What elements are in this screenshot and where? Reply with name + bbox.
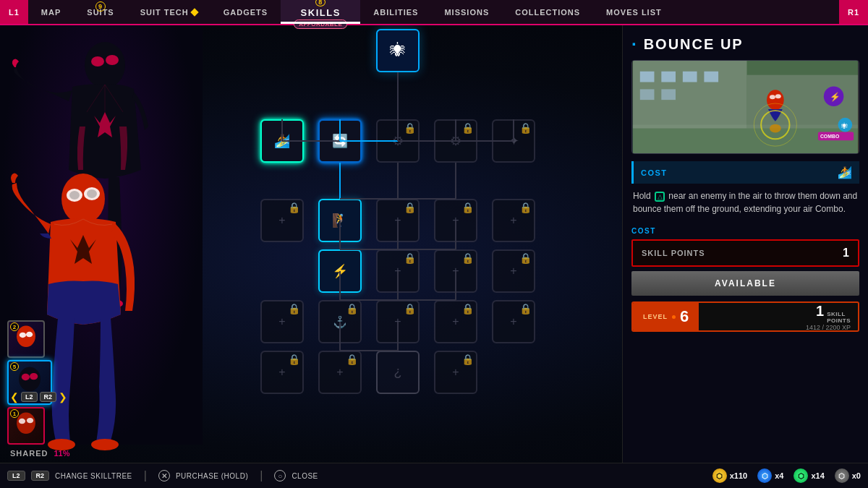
r2-char-button[interactable]: R2 [40, 392, 57, 402]
skill-icon-4-1: + [278, 315, 285, 328]
skill-icon-2-4: + [452, 214, 459, 227]
right-info-panel: BOUNCE UP [622, 25, 868, 488]
skill-node-2-2[interactable]: 🧗 [318, 199, 362, 242]
lock-3-4: 🔒 [461, 252, 474, 264]
skill-node-3-4[interactable]: + 🔒 [434, 249, 477, 293]
nav-item-gadgets[interactable]: GADGETS [210, 0, 281, 24]
skill-tree-panel: 🕷 🏄 🔄 ⚙ 🔒 ⚙ 🔒 ✦ 🔒 + 🔒 [188, 25, 608, 488]
nav-label-suit-tech: SUIT TECH [140, 8, 189, 17]
skill-node-4-3[interactable]: + 🔒 [376, 300, 420, 343]
skill-icon-3-5: + [510, 265, 516, 278]
svg-point-21 [17, 413, 35, 435]
skill-node-3-2[interactable]: ⚡ [318, 249, 362, 293]
skill-node-3-3[interactable]: + 🔒 [376, 249, 420, 293]
skill-node-4-2[interactable]: ⚓ 🔒 [318, 300, 362, 343]
nav-item-collections[interactable]: COLLECTIONS [502, 0, 593, 24]
svg-point-66 [770, 124, 781, 133]
r2-ctrl-button[interactable]: R2 [31, 471, 50, 481]
l2-char-button[interactable]: L2 [21, 392, 38, 402]
svg-text:COMBO: COMBO [820, 134, 840, 139]
preview-scene-svg: COMBO ⚡ 🕷 [632, 61, 859, 153]
skill-node-2-3[interactable]: + 🔒 [376, 199, 420, 242]
skill-icon-3-3: + [394, 265, 401, 278]
char-row-1: 2 [7, 320, 52, 358]
lock-2-3: 🔒 [404, 202, 416, 213]
xp-text: 1412 / 2200 XP [806, 324, 851, 331]
svg-point-65 [775, 94, 781, 98]
lock-5-1: 🔒 [288, 354, 300, 365]
nav-item-moves-list[interactable]: MOVES LIST [593, 0, 675, 24]
skill-node-5-3[interactable]: ? [376, 351, 420, 394]
avatar3-num: 1 [10, 409, 19, 418]
nav-item-suit-tech[interactable]: SUIT TECH [127, 0, 210, 24]
skill-icon-4-4: + [452, 315, 459, 328]
desc-icon: 🏄 [838, 166, 852, 179]
lock-5-4: 🔒 [461, 354, 474, 365]
skill-node-1-1[interactable]: 🏄 [260, 119, 304, 163]
lock-5-2: 🔒 [346, 354, 358, 365]
separator-1: | [144, 469, 147, 482]
lock-1-3: 🔒 [404, 122, 416, 134]
circle-button[interactable]: ○ [274, 470, 286, 481]
skill-node-1-5[interactable]: ✦ 🔒 [492, 119, 535, 163]
suits-badge: 9 [95, 1, 106, 12]
l2-ctrl-button[interactable]: L2 [7, 471, 25, 481]
r1-button[interactable]: R1 [839, 0, 868, 24]
skill-node-4-5[interactable]: + 🔒 [492, 300, 535, 343]
skill-icon-3-2: ⚡ [332, 263, 348, 279]
svg-point-63 [767, 90, 784, 110]
svg-point-16 [20, 333, 26, 338]
skill-icon-5-4: + [452, 366, 459, 379]
nav-item-missions[interactable]: MISSIONS [431, 0, 502, 24]
bottom-control-bar: L2 R2 CHANGE SKILLTREE | ✕ PURCHASE (HOL… [0, 463, 868, 488]
currency-green-icon: ⬡ [793, 468, 808, 483]
available-button[interactable]: AVAILABLE [631, 271, 859, 296]
skill-node-1-2[interactable]: 🔄 [318, 119, 362, 163]
skill-node-2-5[interactable]: + 🔒 [492, 199, 535, 242]
skill-node-5-4[interactable]: + 🔒 [434, 351, 477, 394]
cross-button[interactable]: ✕ [158, 470, 170, 481]
currency-green: ⬡ x14 [793, 468, 824, 483]
skill-node-top-icon: 🕷 [390, 41, 406, 60]
lock-4-3: 🔒 [404, 303, 416, 314]
svg-rect-60 [704, 72, 718, 82]
sp-value: 1 [843, 247, 849, 260]
l1-label: L1 [9, 8, 20, 17]
skill-node-2-4[interactable]: + 🔒 [434, 199, 477, 242]
skill-icon-1-5: ✦ [509, 133, 519, 149]
lock-3-3: 🔒 [404, 252, 416, 264]
shared-percentage: 11% [54, 449, 69, 458]
skill-title: BOUNCE UP [631, 34, 859, 54]
nav-label-moves-list: MOVES LIST [606, 8, 662, 17]
sp-right-row: 1 SKILLPOINTS [816, 303, 851, 324]
level-dot [672, 315, 676, 319]
cost-label: COST [631, 227, 859, 235]
triangle-button-icon: △ [655, 192, 665, 202]
skill-node-top[interactable]: 🕷 [376, 29, 420, 72]
skill-node-3-5[interactable]: + 🔒 [492, 249, 535, 293]
nav-item-map[interactable]: MAP [28, 0, 74, 24]
level-text: LEVEL [643, 313, 668, 320]
skill-node-4-4[interactable]: + 🔒 [434, 300, 477, 343]
skill-node-1-3[interactable]: ⚙ 🔒 [376, 119, 420, 163]
skill-node-1-4[interactable]: ⚙ 🔒 [434, 119, 477, 163]
bottom-controls: L2 R2 CHANGE SKILLTREE | ✕ PURCHASE (HOL… [7, 469, 710, 482]
nav-item-suits[interactable]: 9 SUITS [74, 0, 127, 24]
currency-blue-val: x4 [775, 471, 783, 480]
skill-icon-3-4: + [452, 265, 459, 278]
skill-node-2-1[interactable]: + 🔒 [260, 199, 304, 242]
currency-gray-icon: ⬡ [835, 468, 849, 483]
skill-node-4-1[interactable]: + 🔒 [260, 300, 304, 343]
avatar-peter2-thumb[interactable]: 1 [7, 407, 45, 445]
currency-gray-val: x0 [852, 471, 861, 480]
avatar-peter-thumb[interactable]: 2 [7, 320, 45, 358]
peter-avatar-num: 2 [10, 322, 19, 331]
l1-button[interactable]: L1 [0, 0, 28, 24]
nav-item-skills[interactable]: 8 SKILLS AFFORDABLE [281, 0, 360, 24]
skill-node-5-2[interactable]: + 🔒 [318, 351, 362, 394]
sp-label: SKILL POINTS [642, 249, 705, 257]
description-header: COST 🏄 [631, 161, 859, 184]
close-label: CLOSE [292, 472, 318, 480]
nav-item-abilities[interactable]: ABILITIES [360, 0, 431, 24]
skill-node-5-1[interactable]: + 🔒 [260, 351, 304, 394]
